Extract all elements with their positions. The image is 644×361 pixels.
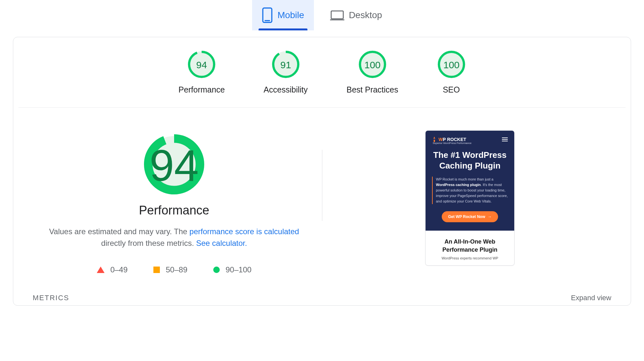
legend-average: 50–89 [153,265,187,274]
svg-text:94: 94 [150,141,199,190]
preview-hero: WP ROCKET Superior WordPress Performance… [426,131,514,231]
score-performance[interactable]: 94 Performance [178,50,225,94]
site-preview-card: WP ROCKET Superior WordPress Performance… [425,130,515,266]
svg-text:94: 94 [196,60,207,70]
preview-body: WP Rocket is much more than just a WordP… [432,177,508,204]
gauge-accessibility-icon: 91 [272,50,300,79]
device-tabs: Mobile Desktop [0,0,644,30]
preview-cta-button[interactable]: Get WP Rocket Now → [442,211,498,222]
expand-view-button[interactable]: Expand view [571,294,611,302]
score-seo[interactable]: 100 SEO [437,50,466,94]
vertical-divider [322,150,322,221]
score-accessibility[interactable]: 91 Accessibility [264,50,308,94]
performance-detail-left: 94 Performance Values are estimated and … [33,134,316,274]
score-best-practices[interactable]: 100 Best Practices [347,50,398,94]
legend-average-label: 50–89 [166,265,187,274]
score-summary-row: 94 Performance 91 Accessibility 100 Bes [18,50,626,108]
arrow-right-icon: → [488,214,492,219]
tab-mobile[interactable]: Mobile [252,0,314,30]
desktop-icon [330,9,344,21]
mobile-icon [262,7,273,23]
legend-poor: 0–49 [97,265,128,274]
preview-bottom-sub: WordPress experts recommend WP [431,256,509,260]
legend-poor-label: 0–49 [110,265,128,274]
score-best-practices-label: Best Practices [347,85,398,94]
performance-detail-title: Performance [139,203,209,217]
score-legend: 0–49 50–89 90–100 [97,265,251,274]
link-score-calculated[interactable]: performance score is calculated [189,227,299,236]
preview-cta-label: Get WP Rocket Now [448,214,485,219]
legend-good: 90–100 [213,265,251,274]
preview-tagline: Superior WordPress Performance [433,142,508,145]
metrics-heading: METRICS [33,294,69,302]
triangle-icon [97,267,105,273]
hamburger-icon[interactable] [502,137,508,141]
preview-bottom: An All-In-One Web Performance Plugin Wor… [426,231,514,265]
svg-rect-2 [331,11,343,19]
gauge-best-practices-icon: 100 [358,50,387,79]
desc-mid: directly from these metrics. [101,239,196,247]
preview-bottom-title: An All-In-One Web Performance Plugin [431,238,509,254]
link-see-calculator[interactable]: See calculator. [196,239,247,247]
svg-text:100: 100 [364,60,381,70]
svg-text:100: 100 [443,60,460,70]
legend-good-label: 90–100 [226,265,251,274]
circle-icon [213,267,220,273]
tab-desktop[interactable]: Desktop [320,0,392,30]
gauge-performance-large-icon: 94 [143,134,205,195]
gauge-performance-icon: 94 [187,50,216,79]
report-card: 94 Performance 91 Accessibility 100 Bes [13,37,631,306]
tab-mobile-label: Mobile [277,10,304,20]
score-accessibility-label: Accessibility [264,85,308,94]
svg-text:91: 91 [280,60,291,70]
performance-detail: 94 Performance Values are estimated and … [13,108,631,281]
square-icon [153,267,160,273]
desc-prefix: Values are estimated and may vary. The [49,227,190,236]
preview-wrap: WP ROCKET Superior WordPress Performance… [328,134,611,274]
gauge-seo-icon: 100 [437,50,466,79]
score-performance-label: Performance [178,85,225,94]
metrics-header: METRICS Expand view [13,281,631,305]
tab-desktop-label: Desktop [349,10,382,20]
performance-detail-desc: Values are estimated and may vary. The p… [41,226,307,249]
preview-title: The #1 WordPress Caching Plugin [432,150,508,171]
score-seo-label: SEO [437,85,466,94]
